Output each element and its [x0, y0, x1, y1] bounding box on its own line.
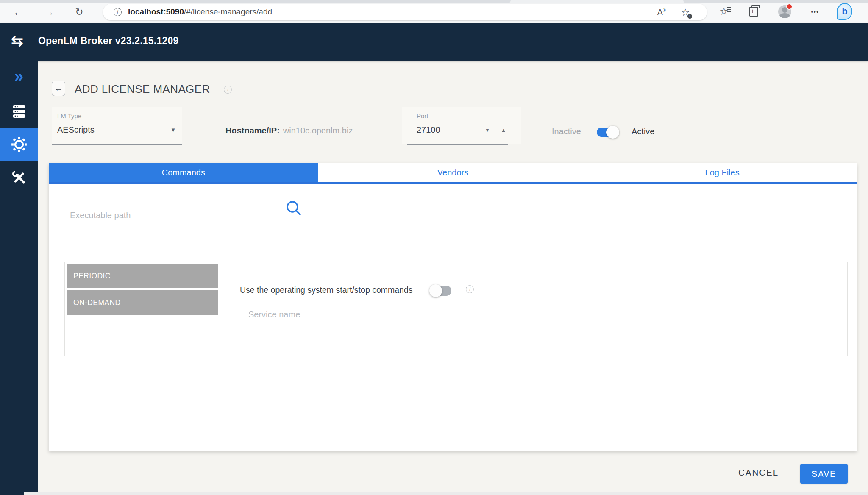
url-host: localhost:5090: [128, 7, 184, 16]
sidebar: »: [0, 61, 38, 495]
app-header: ⇆ OpenLM Broker v23.2.15.1209: [0, 23, 868, 61]
browser-tab-strip: [0, 0, 868, 3]
tab-vendors[interactable]: Vendors: [318, 163, 588, 182]
service-name-input[interactable]: [235, 303, 447, 326]
port-underline: [407, 144, 508, 145]
site-info-icon[interactable]: [114, 8, 122, 16]
page-title: ADD LICENSE MANAGER: [75, 83, 210, 96]
chevron-down-icon[interactable]: ▼: [170, 127, 176, 133]
openlm-logo-icon: ⇆: [11, 32, 23, 49]
profile-avatar[interactable]: [777, 4, 792, 19]
schedule-tab-on-demand[interactable]: ON-DEMAND: [67, 290, 218, 315]
url-path: /#/license-managers/add: [184, 7, 272, 16]
search-icon[interactable]: [285, 200, 303, 219]
servers-icon: [11, 104, 27, 119]
sidebar-item-expand-menu[interactable]: »: [0, 61, 38, 95]
cancel-button[interactable]: CANCEL: [736, 467, 781, 478]
notification-dot: [786, 3, 793, 10]
sidebar-item-settings[interactable]: [0, 128, 38, 161]
sidebar-item-license-managers[interactable]: [0, 95, 38, 128]
bing-b-glyph: b: [837, 3, 852, 20]
hostname-value: win10c.openlm.biz: [283, 126, 353, 135]
gear-icon: [11, 136, 28, 153]
tab-commands[interactable]: Commands: [49, 163, 318, 182]
browser-tab-edge: [683, 0, 868, 3]
toggle-knob: [429, 284, 442, 297]
spinner-up-icon[interactable]: ▲: [501, 127, 506, 133]
url-text[interactable]: localhost:5090/#/license-managers/add: [128, 7, 272, 17]
port-label: Port: [417, 112, 428, 120]
os-commands-toggle[interactable]: [431, 286, 451, 296]
inactive-label: Inactive: [552, 127, 581, 136]
favorites-bar-icon[interactable]: ☆: [716, 4, 732, 19]
active-label: Active: [632, 127, 654, 136]
save-button[interactable]: SAVE: [800, 464, 848, 484]
hostname-label: Hostname/IP:: [225, 126, 280, 135]
browser-tab-edge: [0, 0, 511, 3]
horizontal-scrollbar[interactable]: [24, 492, 868, 495]
add-favorite-icon[interactable]: ☆+: [679, 6, 692, 18]
hostname-row: Hostname/IP:win10c.openlm.biz: [225, 126, 353, 136]
refresh-icon[interactable]: ↻: [72, 5, 86, 19]
schedule-tab-periodic[interactable]: PERIODIC: [67, 264, 218, 288]
app-title: OpenLM Broker v23.2.15.1209: [38, 35, 178, 47]
tab-strip: Commands Vendors Log Files: [49, 163, 857, 184]
bing-discover-icon[interactable]: b: [837, 4, 852, 19]
license-manager-panel: Commands Vendors Log Files PERIODIC ON-D…: [49, 163, 857, 451]
toggle-knob: [606, 126, 619, 139]
collections-icon[interactable]: [746, 4, 761, 19]
plus-badge: +: [687, 14, 692, 19]
forward-icon: →: [42, 5, 56, 19]
executable-path-input[interactable]: [66, 206, 274, 225]
back-icon[interactable]: ←: [11, 5, 25, 19]
lm-type-label: LM Type: [57, 112, 81, 120]
commands-content-box: PERIODIC ON-DEMAND Use the operating sys…: [64, 262, 848, 356]
address-bar[interactable]: localhost:5090/#/license-managers/add A …: [103, 4, 707, 20]
tab-log-files[interactable]: Log Files: [587, 163, 857, 182]
os-commands-info-icon[interactable]: [466, 285, 474, 293]
spinner-down-icon[interactable]: ▼: [485, 127, 490, 133]
browser-menu-icon[interactable]: •••: [807, 4, 823, 19]
lm-type-value: AEScripts: [57, 125, 95, 135]
browser-toolbar: ← → ↻ localhost:5090/#/license-managers/…: [0, 0, 868, 24]
tools-icon: [11, 170, 27, 185]
active-toggle[interactable]: [597, 128, 617, 137]
lm-type-select[interactable]: LM Type AEScripts ▼: [52, 107, 182, 145]
double-chevron-right-icon: »: [14, 68, 23, 87]
title-info-icon[interactable]: [224, 86, 232, 94]
collections-glyph: [749, 7, 758, 17]
os-commands-label: Use the operating system start/stop comm…: [240, 285, 413, 295]
sidebar-item-tools[interactable]: [0, 161, 38, 194]
port-value: 27100: [417, 125, 440, 135]
read-aloud-icon[interactable]: A: [655, 6, 668, 18]
back-button[interactable]: ←: [52, 81, 65, 96]
port-field[interactable]: Port 27100 ▼ ▲: [402, 107, 521, 144]
